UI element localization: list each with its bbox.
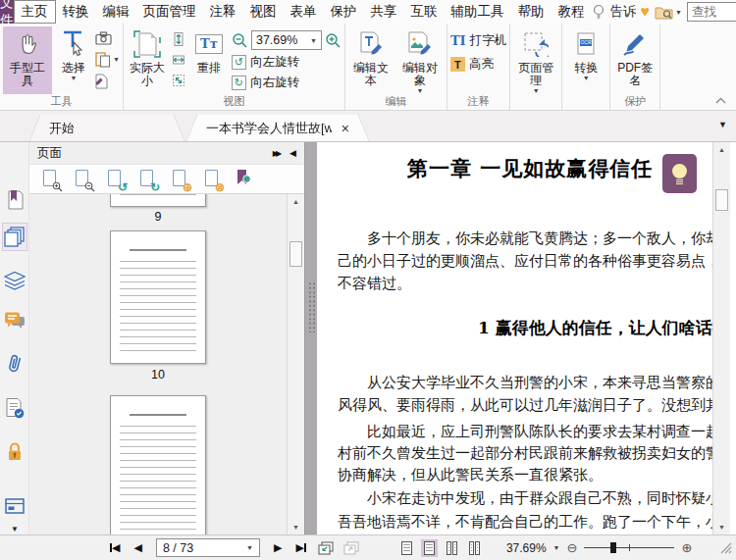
actual-size-button[interactable]: 实际大小 [127, 26, 168, 94]
zoom-slider[interactable] [584, 541, 674, 554]
edit-text-button[interactable]: 编辑文本 [348, 26, 394, 94]
svg-text:OCR: OCR [581, 39, 593, 45]
tab-list-dropdown-icon[interactable]: ▼ [718, 120, 727, 129]
layers-panel-button[interactable] [3, 267, 26, 293]
tab-document[interactable]: 一本书学会人情世故[w... × [186, 115, 369, 141]
highlight-button[interactable]: T 高亮 [450, 56, 506, 73]
fields-panel-button[interactable] [3, 493, 26, 520]
scroll-up-icon[interactable]: ▲ [713, 146, 730, 153]
thumbnail-page-10[interactable] [110, 230, 206, 364]
zoom-slider-thumb[interactable] [610, 542, 616, 553]
edit-object-button[interactable]: 编辑对象 ▼ [396, 26, 444, 94]
typewriter-button[interactable]: TI 打字机 [450, 32, 506, 49]
menu-item-accessibility[interactable]: 辅助工具 [445, 0, 511, 24]
menu-item-share[interactable]: 共享 [364, 0, 404, 24]
thumbnail-zoom-in-button[interactable] [41, 169, 61, 190]
pdf-sign-button[interactable]: PDF签名 [613, 26, 657, 94]
next-page-button[interactable]: ▶ [274, 541, 282, 554]
panel-expand-icon[interactable]: ▶▶ [273, 149, 279, 158]
menu-item-tutorial[interactable]: 教程 [552, 0, 592, 24]
attachments-panel-button[interactable] [3, 350, 26, 377]
panel-splitter[interactable] [304, 142, 317, 535]
fit-visible-button[interactable] [171, 73, 186, 88]
zoom-out-icon[interactable] [232, 32, 248, 49]
menu-item-view[interactable]: 视图 [243, 0, 284, 24]
folder-search-icon[interactable]: ▼ [655, 5, 682, 20]
pages-panel-button[interactable] [3, 224, 26, 250]
first-page-button[interactable]: ◀ [110, 541, 120, 554]
zoom-percentage[interactable]: 37.69% [506, 541, 547, 555]
menu-item-connect[interactable]: 互联 [404, 0, 445, 24]
scroll-down-icon[interactable]: ▼ [288, 524, 304, 531]
like-heart-icon[interactable]: ♥ [641, 4, 651, 20]
menu-item-home[interactable]: 主页 [14, 0, 56, 24]
next-view-button[interactable] [343, 541, 359, 555]
thumbnail-scrollbar[interactable]: ▲ ▼ [287, 194, 304, 535]
last-page-button[interactable]: ▶ [295, 541, 305, 554]
zoom-out-button[interactable]: ⊖ [567, 540, 578, 555]
tab-close-icon[interactable]: × [342, 121, 349, 136]
menu-item-convert[interactable]: 转换 [56, 0, 96, 24]
menu-item-comment[interactable]: 注释 [203, 0, 243, 24]
rotate-left-button[interactable]: ↺ 向左旋转 [232, 54, 342, 71]
thumbnail-zoom-out-button[interactable] [74, 169, 93, 190]
signatures-panel-button[interactable] [3, 395, 26, 422]
fit-page-button[interactable] [171, 52, 186, 68]
insert-page-button[interactable]: ⊕ [171, 169, 190, 190]
thumbnail-page-11[interactable] [110, 395, 206, 535]
document-view[interactable]: 第一章 一见如故赢得信任 多十个朋友，你未必就能飞黄腾达；多一个敌人，你却肯定会… [317, 142, 712, 535]
file-menu-button[interactable]: 文件 [0, 0, 14, 24]
bookmarks-panel-button[interactable] [3, 186, 26, 213]
clipboard-paste-button[interactable]: ▼ [95, 51, 120, 68]
previous-page-button[interactable]: ◀ [133, 541, 141, 554]
select-label: 选择 [62, 62, 85, 75]
security-panel-button[interactable] [3, 438, 26, 465]
hand-tool-button[interactable]: 手型工具 [3, 26, 52, 94]
zoom-in-button[interactable]: ⊕ [681, 540, 692, 555]
zoom-dropdown-icon[interactable]: ▼ [553, 544, 560, 551]
page-management-button[interactable]: 页面管理 ▼ [513, 26, 558, 94]
rotate-page-left-button[interactable]: ↺ [106, 169, 126, 190]
menu-item-page-management[interactable]: 页面管理 [136, 0, 203, 24]
edit-object-label: 编辑对象 [399, 62, 441, 87]
menu-item-form[interactable]: 表单 [284, 0, 324, 24]
zoom-in-icon[interactable] [325, 32, 342, 49]
panel-collapse-icon[interactable]: ◀ [289, 148, 296, 158]
previous-view-button[interactable] [318, 541, 334, 555]
select-tool-button[interactable]: 选择 ▼ [55, 26, 92, 94]
reflow-button[interactable]: Tт 重排 [189, 26, 229, 94]
menu-item-help[interactable]: 帮助 [511, 0, 552, 24]
document-scrollbar[interactable]: ▲ ▼ [712, 142, 730, 535]
scrollbar-thumb[interactable] [289, 241, 302, 267]
splitter-grip-icon[interactable] [308, 281, 316, 332]
tab-start[interactable]: 开始 [29, 115, 184, 141]
scrollbar-thumb[interactable] [715, 189, 728, 211]
rotate-right-button[interactable]: ↻ 向右旋转 [232, 75, 342, 91]
panel-more-icon[interactable]: ▼ [0, 525, 29, 534]
scroll-down-icon[interactable]: ▼ [713, 524, 730, 531]
ribbon-collapse-icon[interactable] [715, 97, 726, 104]
menu-item-protect[interactable]: 保护 [324, 0, 364, 24]
window-resize-grip[interactable] [720, 542, 732, 554]
snapshot-camera-button[interactable] [95, 31, 120, 45]
bookmark-tag-button[interactable] [236, 169, 255, 190]
continuous-view-button[interactable] [421, 539, 438, 557]
single-page-view-button[interactable] [398, 539, 415, 557]
menu-item-edit[interactable]: 编辑 [96, 0, 136, 24]
facing-view-button[interactable] [444, 539, 460, 557]
page-management-icon [523, 29, 549, 59]
fit-width-button[interactable] [171, 31, 186, 47]
delete-page-button[interactable]: ⊗ [203, 169, 223, 190]
convert-button[interactable]: OCR 转换 ▼ [565, 26, 606, 94]
page-number-combo[interactable]: 8 / 73 ▼ [156, 538, 260, 557]
scroll-up-icon[interactable]: ▲ [288, 198, 304, 205]
find-input[interactable] [688, 4, 736, 21]
thumbnail-page-9[interactable] [110, 194, 206, 207]
continuous-facing-view-button[interactable] [466, 539, 483, 557]
zoom-level-combo[interactable]: 37.69% ▼ [251, 30, 322, 50]
comments-panel-button[interactable] [3, 307, 26, 333]
bookmark-page-button[interactable] [95, 74, 120, 89]
tell-me-label[interactable]: 告诉 [610, 3, 636, 21]
lightbulb-icon[interactable] [592, 4, 605, 21]
rotate-page-right-button[interactable]: ↻ [138, 169, 158, 190]
